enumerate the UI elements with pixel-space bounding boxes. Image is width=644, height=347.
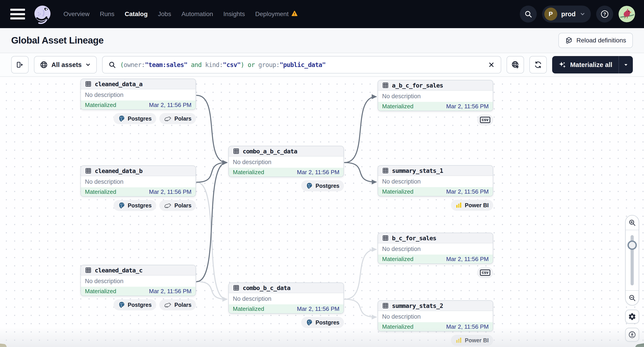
materialization-timestamp[interactable]: Mar 2, 11:56 PM: [149, 102, 192, 108]
asset-tag-row: Postgres: [228, 180, 344, 191]
asset-node-b_c_for_sales[interactable]: b_c_for_salesNo descriptionMaterializedM…: [378, 233, 493, 264]
asset-node-cleaned_data_b[interactable]: cleaned_data_bNo descriptionMaterialized…: [80, 165, 196, 197]
clear-search-button[interactable]: [488, 61, 495, 68]
nav-item-label: Overview: [64, 10, 90, 18]
asset-name: cleaned_data_a: [95, 81, 142, 87]
status-badge[interactable]: Materialized: [233, 169, 264, 176]
reload-definitions-button[interactable]: Reload definitions: [558, 33, 633, 48]
asset-node-header: cleaned_data_b: [81, 166, 196, 176]
asset-scope-dropdown[interactable]: All assets: [34, 56, 97, 73]
materialization-timestamp[interactable]: Mar 2, 11:56 PM: [297, 306, 340, 312]
kind-tag-label: Postgres: [316, 183, 340, 189]
kind-tag-csv[interactable]: csv: [477, 267, 493, 278]
table-icon: [382, 82, 389, 89]
download-image-button[interactable]: [625, 328, 639, 342]
gear-icon: [628, 313, 636, 321]
lineage-canvas[interactable]: cleaned_data_aNo descriptionMaterialized…: [0, 77, 644, 347]
nav-right-cluster: P prod ?: [520, 5, 635, 22]
asset-node-header: cleaned_data_a: [81, 79, 196, 89]
status-badge[interactable]: Materialized: [382, 188, 414, 195]
asset-tag-row: Postgres: [228, 317, 344, 328]
nav-item-runs[interactable]: Runs: [100, 10, 114, 18]
asset-status-row: MaterializedMar 2, 11:56 PM: [81, 187, 196, 196]
help-button[interactable]: ?: [596, 5, 613, 22]
nav-item-label: Deployment: [255, 10, 288, 18]
asset-status-row: MaterializedMar 2, 11:56 PM: [378, 322, 493, 331]
chevron-down-icon: [580, 11, 586, 17]
query-token: and: [188, 61, 205, 68]
status-badge[interactable]: Materialized: [382, 103, 414, 110]
materialization-timestamp[interactable]: Mar 2, 11:56 PM: [446, 188, 489, 195]
zoom-slider-handle[interactable]: [628, 241, 637, 250]
query-token: owner:: [124, 61, 145, 68]
asset-description: No description: [81, 176, 196, 187]
asset-description: No description: [81, 89, 196, 100]
kind-tag-postgres[interactable]: Postgres: [114, 113, 156, 124]
dagster-logo[interactable]: [32, 3, 53, 25]
asset-name: summary_stats_1: [392, 167, 443, 174]
global-search-button[interactable]: [520, 5, 537, 22]
asset-status-row: MaterializedMar 2, 11:56 PM: [378, 102, 493, 111]
open-sidebar-button[interactable]: [11, 56, 28, 73]
kind-tag-postgres[interactable]: Postgres: [114, 299, 156, 310]
nav-item-automation[interactable]: Automation: [182, 10, 213, 18]
zoom-slider[interactable]: [626, 230, 639, 290]
zoom-out-button[interactable]: [626, 290, 639, 305]
asset-node-summary_stats_1[interactable]: summary_stats_1No descriptionMaterialize…: [378, 165, 493, 197]
status-badge[interactable]: Materialized: [233, 306, 264, 312]
kind-tag-postgres[interactable]: Postgres: [301, 180, 344, 191]
status-badge[interactable]: Materialized: [382, 256, 414, 263]
materialization-timestamp[interactable]: Mar 2, 11:56 PM: [446, 256, 489, 263]
kind-tag-csv[interactable]: csv: [477, 114, 493, 125]
svg-text:?: ?: [603, 11, 606, 16]
zoom-in-button[interactable]: [626, 216, 639, 230]
asset-node-cleaned_data_c[interactable]: cleaned_data_cNo descriptionMaterialized…: [80, 265, 196, 296]
asset-search-input[interactable]: (owner:"team:sales" and kind:"csv") or g…: [102, 56, 501, 73]
graph-settings-button[interactable]: [625, 310, 639, 324]
materialization-timestamp[interactable]: Mar 2, 11:56 PM: [297, 169, 340, 176]
status-badge[interactable]: Materialized: [382, 323, 414, 330]
asset-tag-row: PostgresPolars: [80, 299, 196, 310]
materialization-timestamp[interactable]: Mar 2, 11:56 PM: [446, 323, 489, 330]
asset-node-summary_stats_2[interactable]: summary_stats_2No descriptionMaterialize…: [378, 300, 493, 332]
status-badge[interactable]: Materialized: [85, 288, 116, 295]
status-badge[interactable]: Materialized: [85, 188, 116, 195]
nav-item-label: Insights: [224, 10, 245, 18]
asset-node-a_b_c_for_sales[interactable]: a_b_c_for_salesNo descriptionMaterialize…: [378, 80, 493, 111]
user-avatar[interactable]: [618, 6, 635, 22]
query-token: "csv": [223, 61, 240, 68]
kind-tag-postgres[interactable]: Postgres: [114, 200, 156, 211]
globe-icon: [40, 61, 48, 69]
nav-item-insights[interactable]: Insights: [224, 10, 245, 18]
materialization-timestamp[interactable]: Mar 2, 11:56 PM: [149, 188, 192, 195]
kind-tag-polars[interactable]: Polars: [159, 113, 196, 124]
materialize-all-button[interactable]: Materialize all: [552, 56, 618, 73]
environment-switcher[interactable]: P prod: [542, 5, 591, 22]
kind-tag-label: Polars: [174, 202, 192, 209]
asset-node-cleaned_data_a[interactable]: cleaned_data_aNo descriptionMaterialized…: [80, 79, 196, 110]
asset-node-combo_b_c_data[interactable]: combo_b_c_dataNo descriptionMaterialized…: [228, 283, 344, 314]
nav-item-catalog[interactable]: Catalog: [125, 10, 148, 18]
kind-tag-polars[interactable]: Polars: [159, 200, 196, 211]
query-token: kind:: [205, 61, 223, 68]
asset-node-header: b_c_for_sales: [378, 233, 493, 243]
materialization-timestamp[interactable]: Mar 2, 11:56 PM: [149, 288, 192, 295]
nav-item-overview[interactable]: Overview: [64, 10, 90, 18]
refresh-button[interactable]: [529, 56, 547, 73]
nav-item-jobs[interactable]: Jobs: [158, 10, 171, 18]
kind-tag-power-bi[interactable]: Power BI: [451, 335, 493, 346]
materialize-options-caret[interactable]: [619, 56, 633, 73]
nav-links: OverviewRunsCatalogJobsAutomationInsight…: [64, 10, 298, 18]
kind-tag-power-bi[interactable]: Power BI: [451, 200, 493, 211]
search-icon: [108, 61, 116, 68]
new-tab-button[interactable]: [506, 56, 524, 73]
materialization-timestamp[interactable]: Mar 2, 11:56 PM: [446, 103, 489, 110]
nav-item-label: Automation: [182, 10, 213, 18]
search-query-text[interactable]: (owner:"team:sales" and kind:"csv") or g…: [120, 61, 484, 68]
kind-tag-postgres[interactable]: Postgres: [301, 317, 344, 328]
nav-item-deployment[interactable]: Deployment: [255, 10, 298, 18]
asset-node-combo_a_b_c_data[interactable]: combo_a_b_c_dataNo descriptionMaterializ…: [228, 146, 344, 177]
status-badge[interactable]: Materialized: [85, 102, 116, 108]
hamburger-menu-icon[interactable]: [10, 9, 25, 19]
kind-tag-polars[interactable]: Polars: [159, 299, 196, 310]
